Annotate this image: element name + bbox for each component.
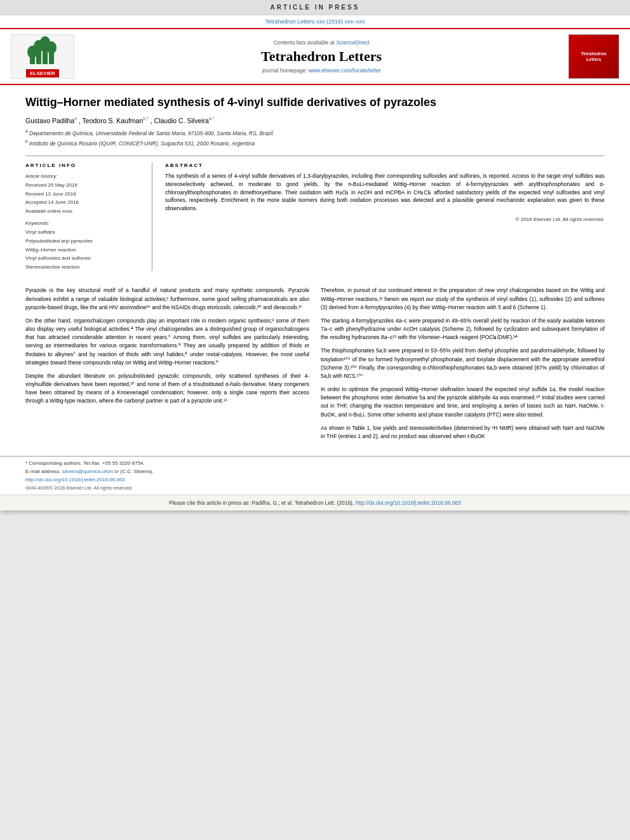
elsevier-logo-block: ELSEVIER bbox=[11, 34, 74, 79]
affil2-sup: b bbox=[25, 139, 28, 143]
page-footer: * Corresponding authors. Tel./fax: +55 5… bbox=[0, 456, 630, 495]
body-p1: Pyrazole is the key structural motif of … bbox=[25, 286, 309, 312]
author1-name: Gustavo Padilha bbox=[25, 117, 74, 124]
journal-header: ELSEVIER Contents lists available at Sci… bbox=[0, 28, 630, 85]
homepage-link[interactable]: www.elsevier.com/locate/tetlet bbox=[309, 67, 380, 74]
affil2-line: b Instituto de Química Rosario (IQUIR, C… bbox=[25, 138, 605, 148]
sciencedirect-link[interactable]: ScienceDirect bbox=[336, 39, 369, 46]
article-dates: Received 25 May 2016 Revised 13 June 201… bbox=[25, 181, 143, 215]
keywords-list: Vinyl sulfides Polysubstituted aryl pyra… bbox=[25, 228, 143, 271]
authors-line: Gustavo Padilhaa , Teodoro S. Kaufmanb,*… bbox=[25, 116, 605, 124]
journal-center: Contents lists available at ScienceDirec… bbox=[84, 34, 559, 79]
body-columns: Pyrazole is the key structural motif of … bbox=[0, 286, 630, 446]
keywords-label: Keywords: bbox=[25, 220, 143, 226]
article-content: Wittig–Horner mediated synthesis of 4-vi… bbox=[0, 85, 630, 286]
journal-title: Tetrahedron Letters bbox=[261, 48, 382, 65]
kw5: Stereoselective reaction bbox=[25, 263, 143, 272]
received-date: Received 25 May 2016 bbox=[25, 181, 143, 190]
footer-footnote: * Corresponding authors. Tel./fax: +55 5… bbox=[25, 460, 605, 466]
journal-homepage: journal homepage: www.elsevier.com/locat… bbox=[262, 67, 380, 74]
article-title: Wittig–Horner mediated synthesis of 4-vi… bbox=[25, 95, 605, 110]
author3-name: , Claudio C. Silveira bbox=[151, 117, 209, 124]
doi-line: Tetrahedron Letters xxx (2016) xxx–xxx bbox=[0, 15, 630, 28]
affil1-sup: a bbox=[25, 129, 28, 133]
footer-doi-link[interactable]: http://dx.doi.org/10.1016/j.tetlet.2016.… bbox=[25, 477, 125, 483]
footer-email-link[interactable]: silveira@quimica.ufsm.br bbox=[62, 469, 119, 474]
footer-rights: 0040-4039/© 2016 Elsevier Ltd. All right… bbox=[25, 485, 605, 491]
body-p3: Despite the abundant literature on polys… bbox=[25, 372, 309, 406]
copyright-line: © 2016 Elsevier Ltd. All rights reserved… bbox=[165, 217, 605, 222]
page-wrapper: ARTICLE IN PRESS Tetrahedron Letters xxx… bbox=[0, 0, 630, 510]
affil1-text: Departamento de Química, Universidade Fe… bbox=[29, 130, 273, 137]
info-section-title: ARTICLE INFO bbox=[25, 163, 143, 168]
contents-text: Contents lists available at bbox=[273, 39, 334, 46]
body-col-right: Therefore, in pursuit of our continued i… bbox=[321, 286, 605, 446]
aip-text: ARTICLE IN PRESS bbox=[271, 4, 360, 11]
body-col-left: Pyrazole is the key structural motif of … bbox=[25, 286, 309, 446]
journal-right-logo-text: TetrahedronLetters bbox=[579, 48, 609, 65]
body-p6: The thiophosphonates 5a,b were prepared … bbox=[321, 347, 605, 380]
body-p2: On the other hand, organochalcogen compo… bbox=[25, 317, 309, 367]
author2-name: , Teodoro S. Kaufman bbox=[79, 117, 143, 124]
affil2-text: Instituto de Química Rosario (IQUIR, CON… bbox=[29, 140, 255, 147]
citation-text: Please cite this article in press as: Pa… bbox=[169, 500, 354, 506]
abstract-text: The synthesis of a series of 4-vinyl sul… bbox=[165, 172, 605, 213]
journal-logo-left: ELSEVIER bbox=[8, 34, 77, 79]
body-p4: Therefore, in pursuit of our continued i… bbox=[321, 286, 605, 312]
abstract-title: ABSTRACT bbox=[165, 163, 605, 168]
citation-bar: Please cite this article in press as: Pa… bbox=[0, 495, 630, 510]
history-label: Article history: bbox=[25, 173, 143, 179]
aip-banner: ARTICLE IN PRESS bbox=[0, 0, 630, 15]
kw3: Wittig–Horner reaction bbox=[25, 246, 143, 255]
homepage-label: journal homepage: bbox=[262, 67, 307, 74]
accepted-date: Accepted 14 June 2016 bbox=[25, 198, 143, 207]
affiliations: a Departamento de Química, Universidade … bbox=[25, 128, 605, 148]
citation-link[interactable]: http://dx.doi.org/10.1016/j.tetlet.2016.… bbox=[356, 500, 461, 506]
footnote-star-text: * Corresponding authors. Tel./fax: +55 5… bbox=[25, 460, 145, 466]
elsevier-wordmark: ELSEVIER bbox=[26, 69, 59, 77]
elsevier-tree-icon bbox=[23, 36, 62, 67]
kw2: Polysubstituted aryl pyrazoles bbox=[25, 237, 143, 246]
journal-right-logo-img: TetrahedronLetters bbox=[568, 34, 619, 79]
kw1: Vinyl sulfides bbox=[25, 228, 143, 237]
body-p8: As shown in Table 1, low yields and ster… bbox=[321, 424, 605, 441]
article-info-col: ARTICLE INFO Article history: Received 2… bbox=[25, 163, 152, 271]
available-date: Available online xxxx bbox=[25, 207, 143, 216]
doi-line-text: Tetrahedron Letters xxx (2016) xxx–xxx bbox=[265, 18, 365, 25]
footer-doi-line: http://dx.doi.org/10.1016/j.tetlet.2016.… bbox=[25, 477, 605, 483]
body-p5: The starting 4-formylpyrazoles 4a–c were… bbox=[321, 317, 605, 342]
journal-logo-right: TetrahedronLetters bbox=[565, 34, 622, 79]
author3-sup: a,* bbox=[209, 116, 215, 121]
revised-date: Revised 13 June 2016 bbox=[25, 190, 143, 199]
abstract-col: ABSTRACT The synthesis of a series of 4-… bbox=[165, 163, 605, 271]
author1-sup: a bbox=[74, 116, 77, 121]
affil1-line: a Departamento de Química, Universidade … bbox=[25, 128, 605, 138]
email-name: (C.C. Silveira). bbox=[121, 469, 154, 474]
email-label: E-mail address: bbox=[25, 469, 61, 474]
body-p7: In order to optimize the proposed Wittig… bbox=[321, 385, 605, 419]
info-abstract-row: ARTICLE INFO Article history: Received 2… bbox=[25, 156, 605, 271]
kw4: Vinyl sulfoxides and sulfones bbox=[25, 254, 143, 263]
footer-email-line: E-mail address: silveira@quimica.ufsm.br… bbox=[25, 469, 605, 474]
author2-sup: b,* bbox=[143, 116, 149, 121]
sciencedirect-line: Contents lists available at ScienceDirec… bbox=[273, 39, 369, 46]
svg-point-7 bbox=[46, 41, 57, 54]
